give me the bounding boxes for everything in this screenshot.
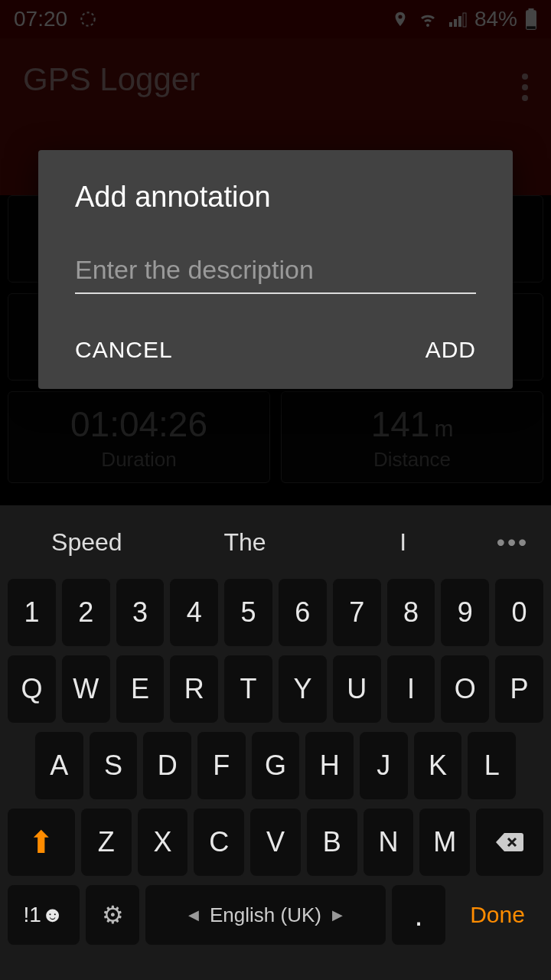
- shift-key[interactable]: ⬆: [8, 808, 75, 876]
- key-row-zxcv: ⬆ Z X C V B N M: [8, 808, 543, 876]
- key-j[interactable]: J: [360, 732, 408, 799]
- key-p[interactable]: P: [495, 655, 543, 723]
- key-n[interactable]: N: [364, 808, 414, 876]
- add-button[interactable]: ADD: [425, 337, 476, 363]
- key-7[interactable]: 7: [333, 579, 381, 646]
- shift-icon: ⬆: [28, 825, 54, 860]
- key-3[interactable]: 3: [116, 579, 165, 646]
- status-time: 07:20: [14, 7, 67, 31]
- cancel-button[interactable]: CANCEL: [75, 337, 173, 363]
- key-row-qwerty: Q W E R T Y U I O P: [8, 655, 543, 723]
- key-1[interactable]: 1: [8, 579, 56, 646]
- key-row-numbers: 1 2 3 4 5 6 7 8 9 0: [8, 579, 543, 646]
- key-m[interactable]: M: [419, 808, 470, 876]
- description-input[interactable]: [75, 250, 476, 294]
- key-8[interactable]: 8: [387, 579, 435, 646]
- suggestion-bar: Speed The I •••: [8, 505, 543, 579]
- key-i[interactable]: I: [387, 655, 435, 723]
- alarm-icon: [78, 9, 98, 29]
- key-e[interactable]: E: [116, 655, 165, 723]
- suggestion[interactable]: Speed: [8, 528, 166, 557]
- key-f[interactable]: F: [197, 732, 246, 799]
- status-bar: 07:20 84%: [0, 0, 551, 38]
- battery-percent: 84%: [474, 7, 517, 31]
- key-o[interactable]: O: [441, 655, 489, 723]
- key-g[interactable]: G: [252, 732, 300, 799]
- key-h[interactable]: H: [305, 732, 354, 799]
- svg-rect-3: [458, 16, 461, 27]
- gear-icon: ⚙: [102, 900, 124, 929]
- chevron-right-icon: ▶: [332, 906, 343, 923]
- backspace-key[interactable]: [476, 808, 543, 876]
- suggestion[interactable]: The: [166, 528, 324, 557]
- key-u[interactable]: U: [333, 655, 381, 723]
- key-v[interactable]: V: [250, 808, 301, 876]
- key-row-bottom: !1☻ ⚙ ◀ English (UK) ▶ . Done: [8, 885, 543, 945]
- svg-rect-4: [463, 13, 466, 27]
- key-w[interactable]: W: [62, 655, 110, 723]
- done-key[interactable]: Done: [452, 885, 543, 945]
- signal-icon: [447, 10, 467, 28]
- backspace-icon: [495, 831, 524, 853]
- soft-keyboard: Speed The I ••• 1 2 3 4 5 6 7 8 9 0 Q W …: [0, 505, 551, 980]
- key-b[interactable]: B: [307, 808, 357, 876]
- more-suggestions-icon[interactable]: •••: [482, 528, 543, 557]
- key-z[interactable]: Z: [81, 808, 132, 876]
- duration-label: Duration: [101, 448, 176, 472]
- dialog-title: Add annotation: [75, 181, 476, 214]
- key-d[interactable]: D: [143, 732, 191, 799]
- spacebar-key[interactable]: ◀ English (UK) ▶: [145, 885, 386, 945]
- key-s[interactable]: S: [90, 732, 138, 799]
- key-x[interactable]: X: [138, 808, 188, 876]
- key-4[interactable]: 4: [170, 579, 218, 646]
- battery-icon: [525, 8, 537, 30]
- duration-card: 01:04:26 Duration: [8, 391, 270, 483]
- distance-value: 141m: [371, 403, 454, 445]
- app-title: GPS Logger: [23, 61, 200, 98]
- key-6[interactable]: 6: [279, 579, 327, 646]
- svg-rect-1: [449, 22, 452, 27]
- suggestion[interactable]: I: [324, 528, 482, 557]
- distance-card: 141m Distance: [281, 391, 543, 483]
- key-0[interactable]: 0: [495, 579, 543, 646]
- key-k[interactable]: K: [414, 732, 462, 799]
- key-a[interactable]: A: [35, 732, 83, 799]
- key-c[interactable]: C: [194, 808, 244, 876]
- key-y[interactable]: Y: [279, 655, 327, 723]
- chevron-left-icon: ◀: [188, 906, 199, 923]
- keyboard-settings-key[interactable]: ⚙: [86, 885, 139, 945]
- svg-point-0: [81, 12, 94, 25]
- key-q[interactable]: Q: [8, 655, 56, 723]
- key-l[interactable]: L: [468, 732, 516, 799]
- wifi-icon: [416, 10, 439, 28]
- add-annotation-dialog: Add annotation CANCEL ADD: [38, 150, 513, 389]
- keyboard-language-label: English (UK): [210, 903, 321, 927]
- key-row-asdf: A S D F G H J K L: [8, 732, 543, 799]
- svg-rect-6: [529, 8, 534, 11]
- symbols-key[interactable]: !1☻: [8, 885, 80, 945]
- key-t[interactable]: T: [224, 655, 272, 723]
- period-key[interactable]: .: [392, 885, 445, 945]
- key-5[interactable]: 5: [224, 579, 272, 646]
- svg-rect-7: [527, 26, 536, 29]
- svg-rect-2: [454, 19, 457, 27]
- key-2[interactable]: 2: [62, 579, 110, 646]
- key-r[interactable]: R: [170, 655, 218, 723]
- location-icon: [392, 9, 409, 29]
- duration-value: 01:04:26: [70, 403, 207, 445]
- overflow-menu-button[interactable]: [522, 69, 528, 106]
- key-9[interactable]: 9: [441, 579, 489, 646]
- distance-label: Distance: [373, 448, 451, 472]
